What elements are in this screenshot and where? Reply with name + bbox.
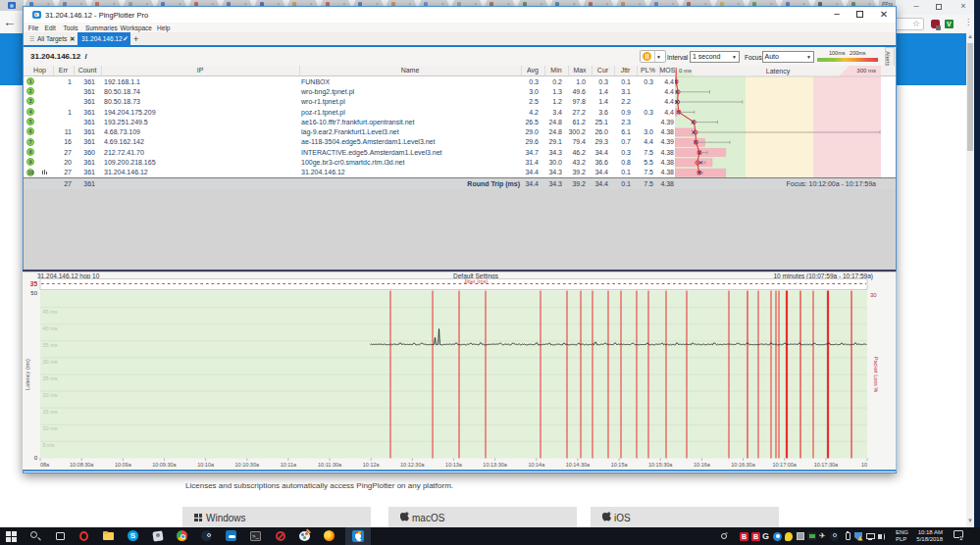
svg-text:Latency: Latency	[766, 67, 791, 74]
svg-text:35 ms: 35 ms	[43, 342, 58, 348]
svg-text:10:10a: 10:10a	[197, 462, 215, 468]
svg-text:10:08:30a: 10:08:30a	[70, 462, 94, 468]
svg-text:40 ms: 40 ms	[43, 325, 58, 331]
svg-text:10:13a: 10:13a	[445, 462, 463, 468]
svg-text:10:17:30a: 10:17:30a	[814, 462, 839, 468]
svg-text:10:15:30a: 10:15:30a	[648, 462, 673, 468]
svg-text:10:10:30a: 10:10:30a	[235, 462, 260, 468]
svg-text:10:09a: 10:09a	[115, 462, 132, 468]
svg-text:10: 10	[861, 462, 867, 468]
svg-text:10:17:00a: 10:17:00a	[772, 462, 797, 468]
svg-text:10:14a: 10:14a	[528, 462, 545, 468]
svg-text:20 ms: 20 ms	[43, 392, 58, 398]
svg-text:15 ms: 15 ms	[43, 409, 58, 415]
svg-text:10:16a: 10:16a	[694, 462, 711, 468]
svg-text:10:11a: 10:11a	[281, 462, 297, 468]
svg-text:30: 30	[870, 292, 877, 298]
svg-text:Packet Loss %: Packet Loss %	[873, 357, 879, 392]
svg-text:0 ms: 0 ms	[679, 68, 692, 74]
svg-text:10:13:30a: 10:13:30a	[483, 462, 507, 468]
svg-text:10:12a: 10:12a	[363, 462, 381, 468]
svg-text:5 ms: 5 ms	[43, 442, 55, 448]
svg-text:50: 50	[30, 290, 37, 296]
svg-text:10 ms: 10 ms	[43, 425, 58, 431]
svg-text:300 ms: 300 ms	[856, 68, 876, 74]
svg-text:10:09:30a: 10:09:30a	[152, 462, 177, 468]
svg-text:30 ms: 30 ms	[43, 359, 58, 365]
svg-text:08a: 08a	[40, 462, 50, 468]
svg-text:45 ms: 45 ms	[43, 309, 58, 315]
svg-text:Latency (ms): Latency (ms)	[25, 359, 30, 390]
svg-text:25 ms: 25 ms	[43, 375, 58, 381]
svg-text:10:16:30a: 10:16:30a	[731, 462, 755, 468]
svg-text:35: 35	[30, 280, 38, 287]
svg-text:Jitter (ms): Jitter (ms)	[464, 278, 489, 284]
svg-text:10:12:30a: 10:12:30a	[400, 462, 425, 468]
svg-text:10:11:30a: 10:11:30a	[318, 462, 342, 468]
svg-text:10:14:30a: 10:14:30a	[566, 462, 591, 468]
svg-text:10:15a: 10:15a	[611, 462, 629, 468]
